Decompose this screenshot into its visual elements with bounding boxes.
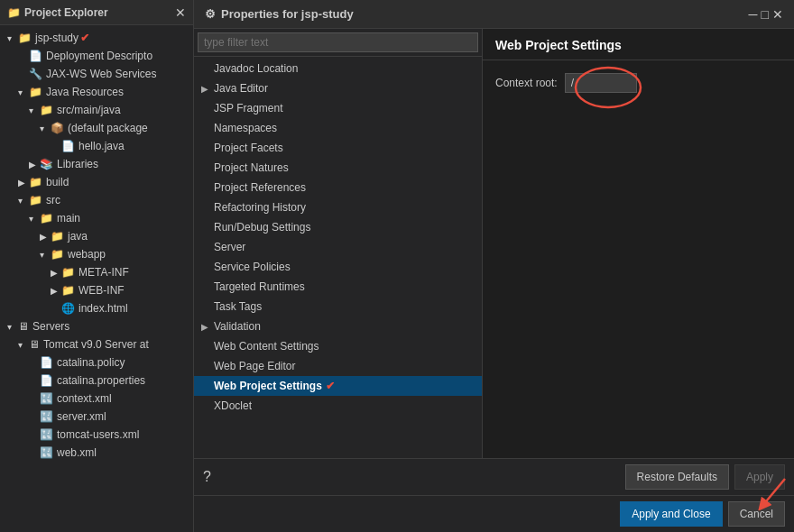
nav-item-java-editor[interactable]: ▶Java Editor — [194, 78, 482, 98]
dialog-footer: ? Restore Defaults Apply — [194, 458, 794, 495]
dialog-navigation: Javadoc Location ▶Java Editor JSP Fragme… — [194, 29, 483, 458]
nav-item-namespaces[interactable]: Namespaces — [194, 118, 482, 138]
nav-item-refactoring[interactable]: Refactoring History — [194, 197, 482, 217]
nav-item-validation[interactable]: ▶Validation — [194, 316, 482, 336]
nav-item-project-references[interactable]: Project References — [194, 178, 482, 197]
tree-item-catalina-properties[interactable]: 📄catalina.properties — [0, 371, 193, 390]
close-dialog-icon[interactable]: ✕ — [772, 7, 783, 22]
filter-input-wrapper — [194, 29, 482, 57]
tree-item-src-main-java[interactable]: ▾📁src/main/java — [0, 101, 193, 119]
project-explorer-title: 📁 Project Explorer — [7, 6, 108, 19]
close-icon[interactable]: ✕ — [175, 5, 186, 20]
nav-item-web-content-settings[interactable]: Web Content Settings — [194, 336, 482, 356]
nav-item-web-page-editor[interactable]: Web Page Editor — [194, 356, 482, 376]
tree-item-java-resources[interactable]: ▾📁Java Resources — [0, 83, 193, 101]
nav-item-server[interactable]: Server — [194, 237, 482, 257]
tree-item-build[interactable]: ▶📁build — [0, 173, 193, 191]
project-icon: 📁 — [7, 6, 21, 19]
context-root-row: Context root: — [495, 73, 781, 93]
tree-item-catalina-policy[interactable]: 📄catalina.policy — [0, 353, 193, 371]
dialog-body: Javadoc Location ▶Java Editor JSP Fragme… — [194, 29, 794, 458]
gear-icon: ⚙ — [205, 7, 216, 21]
content-body: Context root: — [483, 60, 794, 458]
nav-item-run-debug[interactable]: Run/Debug Settings — [194, 217, 482, 237]
tree-item-server-xml[interactable]: 🔣server.xml — [0, 408, 193, 426]
dialog-title-bar: ⚙ Properties for jsp-study — [205, 7, 354, 21]
nav-item-project-facets[interactable]: Project Facets — [194, 138, 482, 158]
maximize-icon[interactable]: □ — [762, 7, 769, 22]
tree-item-main[interactable]: ▾📁main — [0, 209, 193, 227]
minimize-icon[interactable]: ─ — [749, 7, 758, 22]
tree-item-java[interactable]: ▶📁java — [0, 227, 193, 245]
project-explorer-header: 📁 Project Explorer ✕ — [0, 0, 193, 25]
dialog-content-area: Web Project Settings Context root: — [483, 29, 794, 458]
nav-item-jsp-fragment[interactable]: JSP Fragment — [194, 98, 482, 118]
tree-item-src[interactable]: ▾📁src — [0, 191, 193, 209]
project-explorer-panel: 📁 Project Explorer ✕ ▾📁jsp-study✔ 📄Deplo… — [0, 0, 194, 532]
properties-dialog: ⚙ Properties for jsp-study ─ □ ✕ Javadoc… — [194, 0, 794, 532]
help-icon[interactable]: ? — [203, 469, 211, 485]
nav-item-list: Javadoc Location ▶Java Editor JSP Fragme… — [194, 57, 482, 458]
restore-defaults-button[interactable]: Restore Defaults — [625, 464, 729, 490]
context-root-input[interactable] — [565, 73, 637, 93]
tree-item-meta-inf[interactable]: ▶📁META-INF — [0, 263, 193, 281]
cancel-button[interactable]: Cancel — [728, 501, 785, 527]
dialog-window-controls: ─ □ ✕ — [749, 7, 783, 22]
footer-buttons: Restore Defaults Apply — [625, 464, 785, 490]
nav-item-project-natures[interactable]: Project Natures — [194, 158, 482, 178]
tree-item-deployment[interactable]: 📄Deployment Descripto — [0, 47, 193, 65]
tree-item-context-xml[interactable]: 🔣context.xml — [0, 390, 193, 408]
dialog-title-text: Properties for jsp-study — [221, 7, 354, 21]
tree-item-servers[interactable]: ▾🖥Servers — [0, 317, 193, 335]
nav-item-task-tags[interactable]: Task Tags — [194, 297, 482, 316]
tree-item-default-package[interactable]: ▾📦(default package — [0, 119, 193, 137]
tree-item-jaxws[interactable]: 🔧JAX-WS Web Services — [0, 65, 193, 83]
nav-item-xdoclet[interactable]: XDoclet — [194, 396, 482, 416]
content-header: Web Project Settings — [483, 29, 794, 60]
dialog-footer-bottom: Apply and Close Cancel — [194, 495, 794, 532]
tree-item-web-xml[interactable]: 🔣web.xml — [0, 444, 193, 462]
tree-item-tomcat[interactable]: ▾🖥Tomcat v9.0 Server at — [0, 335, 193, 353]
tree-item-jsp-study[interactable]: ▾📁jsp-study✔ — [0, 29, 193, 47]
content-section-title: Web Project Settings — [495, 38, 781, 52]
apply-close-button[interactable]: Apply and Close — [620, 501, 722, 527]
filter-input[interactable] — [198, 32, 478, 52]
nav-item-service-policies[interactable]: Service Policies — [194, 257, 482, 277]
nav-item-web-project-settings[interactable]: Web Project Settings✔ — [194, 376, 482, 396]
nav-item-targeted-runtimes[interactable]: Targeted Runtimes — [194, 277, 482, 297]
tree-item-index-html[interactable]: 🌐index.html — [0, 299, 193, 317]
tree-item-webapp[interactable]: ▾📁webapp — [0, 245, 193, 263]
apply-button[interactable]: Apply — [734, 464, 785, 490]
dialog-header: ⚙ Properties for jsp-study ─ □ ✕ — [194, 0, 794, 29]
tree-item-libraries[interactable]: ▶📚Libraries — [0, 155, 193, 173]
nav-item-javadoc[interactable]: Javadoc Location — [194, 59, 482, 78]
tree-item-hello-java[interactable]: 📄hello.java — [0, 137, 193, 155]
project-tree: ▾📁jsp-study✔ 📄Deployment Descripto 🔧JAX-… — [0, 25, 193, 532]
tree-item-tomcat-users[interactable]: 🔣tomcat-users.xml — [0, 426, 193, 444]
context-root-label: Context root: — [495, 77, 558, 89]
tree-item-web-inf[interactable]: ▶📁WEB-INF — [0, 281, 193, 299]
